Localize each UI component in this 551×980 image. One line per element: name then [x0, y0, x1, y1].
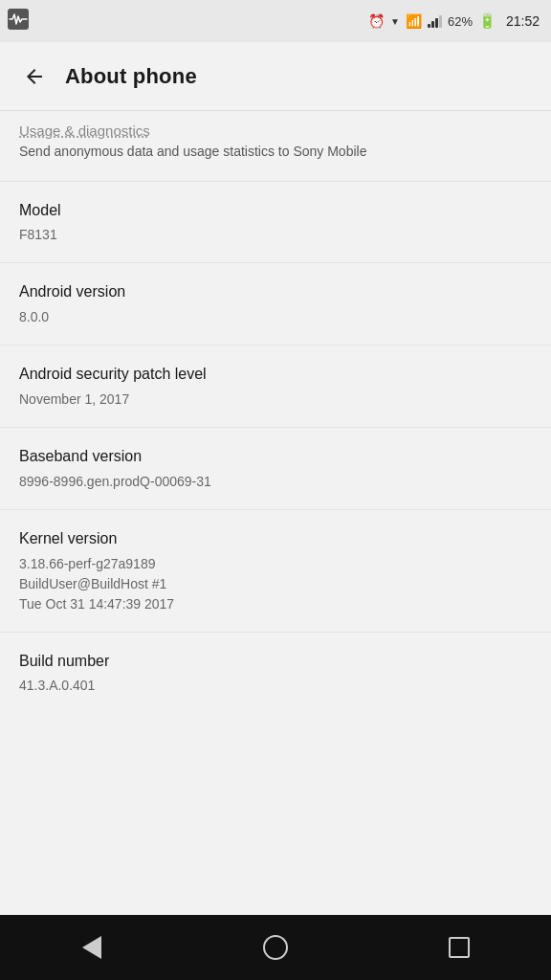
page-title: About phone [65, 64, 197, 89]
build-number-value: 41.3.A.0.401 [19, 676, 532, 696]
security-patch-label: Android security patch level [19, 365, 532, 385]
nav-back-button[interactable] [63, 919, 121, 976]
battery-percent: 62% [448, 14, 473, 29]
usage-diagnostics-value: Send anonymous data and usage statistics… [19, 143, 532, 162]
model-label: Model [19, 201, 532, 221]
baseband-version-label: Baseband version [19, 447, 532, 467]
back-button[interactable] [15, 57, 54, 96]
battery-icon: 🔋 [478, 12, 496, 30]
nav-recents-icon [449, 937, 470, 958]
usage-diagnostics-label: Usage & diagnostics [19, 122, 532, 139]
security-patch-item: Android security patch level November 1,… [0, 345, 551, 428]
content-scroll[interactable]: Usage & diagnostics Send anonymous data … [0, 111, 551, 915]
wifi-icon: 📶 [406, 13, 422, 29]
baseband-version-value: 8996-8996.gen.prodQ-00069-31 [19, 472, 532, 492]
usage-diagnostics-item: Usage & diagnostics Send anonymous data … [0, 111, 551, 182]
navigation-bar [0, 915, 551, 980]
model-value: F8131 [19, 225, 532, 245]
build-number-label: Build number [19, 652, 532, 672]
signal-icon [428, 15, 442, 28]
app-bar: About phone [0, 42, 551, 111]
model-item: Model F8131 [0, 182, 551, 264]
baseband-version-item: Baseband version 8996-8996.gen.prodQ-000… [0, 428, 551, 510]
alarm-icon: ⏰ [368, 13, 385, 29]
status-bar-left [8, 9, 29, 33]
nav-recents-button[interactable] [430, 919, 488, 976]
nav-home-icon [263, 935, 288, 960]
status-time: 21:52 [506, 13, 540, 29]
build-number-item: Build number 41.3.A.0.401 [0, 633, 551, 714]
kernel-version-item: Kernel version 3.18.66-perf-g27a9189 Bui… [0, 510, 551, 633]
nav-back-icon [82, 936, 101, 959]
android-version-label: Android version [19, 282, 532, 302]
kernel-version-label: Kernel version [19, 529, 532, 549]
android-version-item: Android version 8.0.0 [0, 263, 551, 345]
dropdown-icon: ▼ [390, 16, 400, 27]
nav-home-button[interactable] [247, 919, 304, 976]
android-version-value: 8.0.0 [19, 307, 532, 327]
security-patch-value: November 1, 2017 [19, 390, 532, 410]
activity-icon [8, 9, 29, 33]
status-bar-right: ⏰ ▼ 📶 62% 🔋 21:52 [368, 12, 540, 30]
status-bar: ⏰ ▼ 📶 62% 🔋 21:52 [0, 0, 551, 42]
kernel-version-value: 3.18.66-perf-g27a9189 BuildUser@BuildHos… [19, 554, 532, 614]
